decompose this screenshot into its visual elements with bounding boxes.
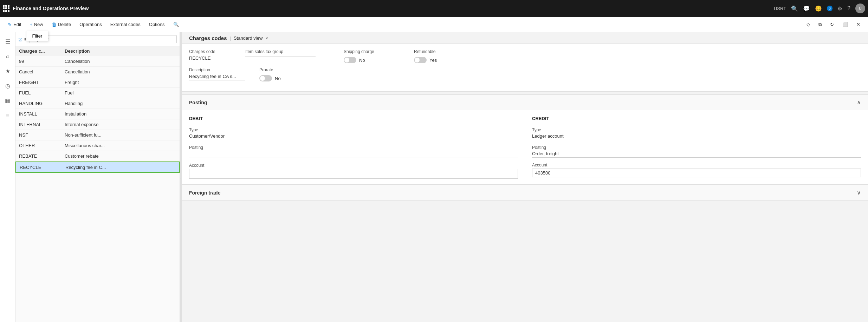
credit-type-value[interactable]: Ledger account [532, 133, 861, 140]
posting-section-header[interactable]: Posting ∧ [182, 95, 868, 110]
detail-panel: Charges codes | Standard view ∨ Charges … [182, 32, 868, 322]
prorate-toggle[interactable] [259, 75, 272, 81]
debit-posting-value[interactable] [189, 151, 518, 158]
list-row[interactable]: INTERNAL Internal expense [15, 119, 180, 130]
list-row[interactable]: Cancel Cancellation [15, 67, 180, 77]
help-icon[interactable]: ? [847, 5, 850, 12]
search-box: 🔍 [30, 35, 177, 43]
list-row-code: RECYCLE [20, 165, 65, 170]
shipping-charge-toggle[interactable] [344, 57, 356, 63]
list-row[interactable]: REBATE Customer rebate [15, 151, 180, 162]
credit-posting-field: Posting Order, freight [532, 145, 861, 158]
description-value[interactable]: Recycling fee in CA s... [189, 74, 245, 80]
sidebar-menu-icon[interactable]: ☰ [1, 35, 14, 48]
debit-account-label: Account [189, 163, 518, 168]
filter-popup-box: Filter [26, 31, 48, 41]
new-button-container: + New Filter [26, 20, 46, 29]
debit-header: DEBIT [189, 116, 518, 121]
split-view-icon-btn[interactable]: ⧉ [815, 20, 825, 29]
list-row-code: Cancel [19, 69, 65, 74]
settings-icon[interactable]: ⚙ [837, 5, 842, 12]
list-row[interactable]: RECYCLE Recycling fee in C... [15, 162, 180, 173]
search-icon[interactable]: 🔍 [791, 5, 798, 12]
bookmark-icon-btn[interactable]: ◇ [803, 20, 814, 29]
shipping-charge-label: Shipping charge [344, 49, 386, 54]
credit-account-label: Account [532, 163, 861, 167]
delete-icon: 🗑 [52, 22, 57, 27]
debit-type-label: Type [189, 127, 518, 132]
sync-icon-btn[interactable]: ↻ [827, 20, 837, 29]
list-row-description: Freight [65, 80, 176, 85]
debit-account-value[interactable] [189, 169, 518, 179]
app-title: Finance and Operations Preview [13, 6, 771, 11]
list-items: 99 Cancellation Cancel Cancellation FREI… [15, 56, 180, 322]
edit-button[interactable]: ✎ Edit [4, 20, 25, 29]
edit-icon: ✎ [8, 22, 12, 27]
view-chevron-down-icon[interactable]: ∨ [265, 36, 268, 40]
chat-icon[interactable]: 💬 [803, 5, 810, 12]
foreign-trade-section: Foreign trade ∨ [182, 184, 868, 201]
new-button[interactable]: + New [26, 20, 46, 29]
item-sales-tax-label: Item sales tax group [245, 49, 316, 54]
avatar[interactable]: U [855, 4, 865, 13]
list-row-description: Customer rebate [65, 153, 176, 159]
list-row[interactable]: NSF Non-sufficient fu... [15, 130, 180, 140]
list-row-code: OTHER [19, 143, 65, 148]
sidebar-recent-icon[interactable]: ◷ [1, 79, 14, 92]
credit-column: CREDIT Type Ledger account Posting Order… [532, 116, 861, 179]
sidebar-home-icon[interactable]: ⌂ [1, 50, 14, 63]
search-input[interactable] [38, 37, 174, 42]
detail-separator: | [230, 35, 231, 41]
sidebar-workspaces-icon[interactable]: ▦ [1, 94, 14, 107]
window-icon-btn[interactable]: ⬜ [839, 20, 851, 29]
charges-code-field: Charges code RECYCLE [189, 49, 231, 63]
posting-collapse-icon[interactable]: ∧ [857, 99, 861, 106]
list-row-code: 99 [19, 59, 65, 64]
list-row[interactable]: HANDLING Handling [15, 98, 180, 109]
foreign-trade-section-header[interactable]: Foreign trade ∨ [182, 185, 868, 201]
list-row-description: Non-sufficient fu... [65, 132, 176, 138]
sidebar-modules-icon[interactable]: ≡ [1, 109, 14, 121]
new-plus-icon: + [30, 22, 32, 27]
emoji-icon[interactable]: 😊 [815, 5, 822, 12]
list-row-description: Fuel [65, 90, 176, 96]
list-row-description: Cancellation [65, 69, 176, 74]
list-row[interactable]: OTHER Miscellanous char... [15, 140, 180, 151]
standard-view-btn[interactable]: Standard view [234, 35, 263, 41]
delete-button[interactable]: 🗑 Delete [48, 20, 75, 29]
list-panel: ⧖ ≡ 🔍 Charges c... Description 99 Cancel… [15, 32, 180, 322]
col-header-desc: Description [65, 48, 176, 54]
posting-section: Posting ∧ DEBIT Type Customer/Vendor Pos… [182, 94, 868, 184]
list-row[interactable]: FREIGHT Freight [15, 77, 180, 88]
foreign-trade-expand-icon[interactable]: ∨ [857, 189, 861, 196]
charges-code-value[interactable]: RECYCLE [189, 55, 231, 62]
filter-toggle-icon[interactable]: ⧖ [18, 36, 22, 42]
list-row[interactable]: INSTALL Installation [15, 109, 180, 119]
prorate-field: Prorate No [259, 67, 302, 81]
refundable-field: Refundable Yes [414, 49, 456, 63]
notification-badge[interactable]: 0 [827, 6, 833, 11]
operations-button[interactable]: Operations [76, 20, 105, 29]
credit-type-field: Type Ledger account [532, 127, 861, 140]
external-codes-button[interactable]: External codes [107, 20, 144, 29]
close-icon-btn[interactable]: ✕ [853, 20, 864, 29]
list-header: Charges c... Description [15, 46, 180, 56]
foreign-trade-title: Foreign trade [189, 190, 220, 196]
user-label: USRT [774, 6, 786, 11]
options-button[interactable]: Options [145, 20, 168, 29]
list-row[interactable]: FUEL Fuel [15, 88, 180, 98]
list-row[interactable]: 99 Cancellation [15, 56, 180, 67]
options-search-button[interactable]: 🔍 [170, 20, 182, 29]
refundable-label: Refundable [414, 49, 456, 54]
sidebar-favorites-icon[interactable]: ★ [1, 65, 14, 77]
credit-account-value[interactable]: 403500 [532, 169, 861, 177]
credit-posting-value[interactable]: Order, freight [532, 151, 861, 158]
item-sales-tax-value[interactable] [245, 55, 316, 57]
main-layout: ☰ ⌂ ★ ◷ ▦ ≡ ⧖ ≡ 🔍 Charges c... Descripti… [0, 32, 868, 322]
app-grid-icon[interactable] [3, 5, 10, 12]
refundable-toggle[interactable] [414, 57, 427, 63]
credit-posting-label: Posting [532, 145, 861, 150]
topbar-icons: USRT 🔍 💬 😊 0 ⚙ ? U [774, 4, 865, 13]
command-bar: ✎ Edit + New Filter 🗑 Delete Operations … [0, 17, 868, 32]
debit-type-value[interactable]: Customer/Vendor [189, 133, 518, 140]
